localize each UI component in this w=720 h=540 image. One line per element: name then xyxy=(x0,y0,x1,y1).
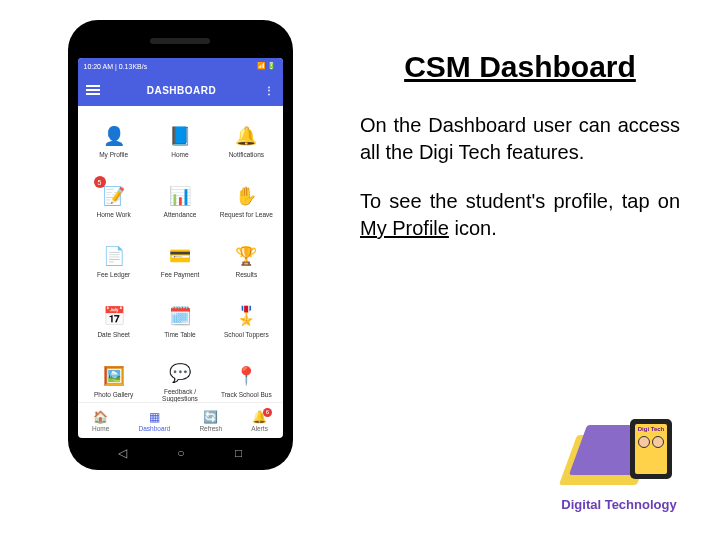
tile-label: Track School Bus xyxy=(221,391,272,398)
app-bar: DASHBOARD ⋮ xyxy=(78,74,283,106)
phone-speaker xyxy=(150,38,210,44)
tile-icon: ✋ xyxy=(234,184,258,208)
tab-item[interactable]: 🔔Alerts6 xyxy=(251,410,268,432)
tile-label: Attendance xyxy=(164,211,197,218)
android-nav-bar: ◁ ○ □ xyxy=(68,444,293,462)
dashboard-tile[interactable]: 🔔Notifications xyxy=(214,112,278,170)
dashboard-tile[interactable]: 💳Fee Payment xyxy=(148,232,212,290)
tile-label: Notifications xyxy=(229,151,264,158)
my-profile-label: My Profile xyxy=(360,217,449,239)
tab-item[interactable]: 🏠Home xyxy=(92,410,109,432)
digi-tech-logo: Digi Tech Digital Technology xyxy=(554,413,684,512)
tablet-icon: Digi Tech xyxy=(630,419,672,479)
tile-icon: 📊 xyxy=(168,184,192,208)
tablet-label: Digi Tech xyxy=(638,426,665,432)
tile-icon: 💳 xyxy=(168,244,192,268)
tab-label: Dashboard xyxy=(139,425,171,432)
paragraph-1: On the Dashboard user can access all the… xyxy=(360,112,680,166)
tile-icon: 📅 xyxy=(102,304,126,328)
badge: 6 xyxy=(263,408,272,417)
phone-mockup: 10:20 AM | 0.13KB/s 📶 🔋 DASHBOARD ⋮ 👤My … xyxy=(30,20,330,520)
tab-icon: ▦ xyxy=(149,410,160,424)
para2-post: icon. xyxy=(449,217,497,239)
status-bar: 10:20 AM | 0.13KB/s 📶 🔋 xyxy=(78,58,283,74)
logo-caption: Digital Technology xyxy=(554,497,684,512)
tile-label: Fee Ledger xyxy=(97,271,130,278)
bottom-tab-bar: 🏠Home▦Dashboard🔄Refresh🔔Alerts6 xyxy=(78,402,283,438)
dashboard-tile[interactable]: 📅Date Sheet xyxy=(82,292,146,350)
dashboard-tile[interactable]: 📊Attendance xyxy=(148,172,212,230)
tile-label: Home xyxy=(171,151,188,158)
tile-icon: 💬 xyxy=(168,361,192,385)
menu-icon[interactable] xyxy=(86,83,100,97)
tile-icon: 🎖️ xyxy=(234,304,258,328)
tile-label: Fee Payment xyxy=(161,271,200,278)
tab-icon: 🔄 xyxy=(203,410,218,424)
dashboard-tile[interactable]: 5📝Home Work xyxy=(82,172,146,230)
tile-icon: 🗓️ xyxy=(168,304,192,328)
nav-recent-icon[interactable]: □ xyxy=(235,446,242,460)
dashboard-tile[interactable]: 🎖️School Toppers xyxy=(214,292,278,350)
nav-back-icon[interactable]: ◁ xyxy=(118,446,127,460)
overflow-icon[interactable]: ⋮ xyxy=(264,85,275,96)
tab-item[interactable]: 🔄Refresh xyxy=(199,410,222,432)
tile-icon: 👤 xyxy=(102,124,126,148)
face-icon xyxy=(638,436,650,448)
page-title: CSM Dashboard xyxy=(360,50,680,84)
dashboard-grid: 👤My Profile📘Home🔔Notifications5📝Home Wor… xyxy=(78,106,283,402)
tile-label: Date Sheet xyxy=(97,331,130,338)
dashboard-tile[interactable]: ✋Request for Leave xyxy=(214,172,278,230)
logo-art: Digi Tech xyxy=(564,413,674,493)
tab-label: Refresh xyxy=(199,425,222,432)
tab-label: Home xyxy=(92,425,109,432)
tile-label: Photo Gallery xyxy=(94,391,133,398)
tile-icon: 📝 xyxy=(102,184,126,208)
tile-label: Time Table xyxy=(164,331,195,338)
tile-label: Results xyxy=(235,271,257,278)
dashboard-tile[interactable]: 📄Fee Ledger xyxy=(82,232,146,290)
dashboard-tile[interactable]: 🗓️Time Table xyxy=(148,292,212,350)
phone-screen: 10:20 AM | 0.13KB/s 📶 🔋 DASHBOARD ⋮ 👤My … xyxy=(78,58,283,438)
tile-label: School Toppers xyxy=(224,331,269,338)
para2-pre: To see the student's profile, tap on xyxy=(360,190,680,212)
tile-icon: 🏆 xyxy=(234,244,258,268)
tab-icon: 🏠 xyxy=(93,410,108,424)
tab-item[interactable]: ▦Dashboard xyxy=(139,410,171,432)
tile-label: Request for Leave xyxy=(220,211,273,218)
dashboard-tile[interactable]: 📘Home xyxy=(148,112,212,170)
appbar-title: DASHBOARD xyxy=(147,85,217,96)
dashboard-tile[interactable]: 🖼️Photo Gallery xyxy=(82,352,146,402)
tile-label: Home Work xyxy=(97,211,131,218)
tile-label: Feedback / Suggestions xyxy=(148,388,212,402)
dashboard-tile[interactable]: 💬Feedback / Suggestions xyxy=(148,352,212,402)
face-icon xyxy=(652,436,664,448)
phone-frame: 10:20 AM | 0.13KB/s 📶 🔋 DASHBOARD ⋮ 👤My … xyxy=(68,20,293,470)
nav-home-icon[interactable]: ○ xyxy=(177,446,184,460)
tile-icon: 🔔 xyxy=(234,124,258,148)
tile-icon: 🖼️ xyxy=(102,364,126,388)
status-right: 📶 🔋 xyxy=(257,62,277,70)
tile-icon: 📘 xyxy=(168,124,192,148)
paragraph-2: To see the student's profile, tap on My … xyxy=(360,188,680,242)
tile-icon: 📍 xyxy=(234,364,258,388)
tab-label: Alerts xyxy=(251,425,268,432)
tile-label: My Profile xyxy=(99,151,128,158)
dashboard-tile[interactable]: 👤My Profile xyxy=(82,112,146,170)
status-left: 10:20 AM | 0.13KB/s xyxy=(84,63,148,70)
tile-icon: 📄 xyxy=(102,244,126,268)
dashboard-tile[interactable]: 📍Track School Bus xyxy=(214,352,278,402)
dashboard-tile[interactable]: 🏆Results xyxy=(214,232,278,290)
badge: 5 xyxy=(94,176,106,188)
